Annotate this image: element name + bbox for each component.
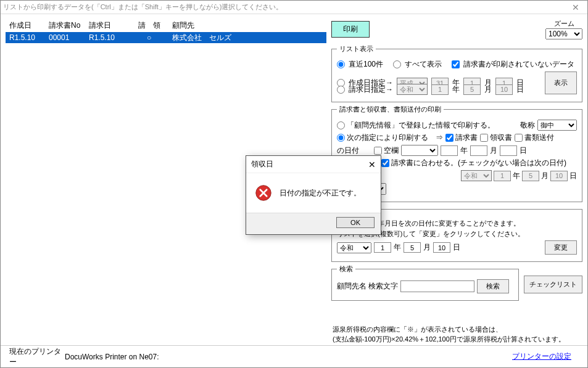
zoom-select[interactable]: 100% <box>545 28 582 39</box>
radio-byinvoice[interactable]: 請求日指定→ <box>337 84 393 95</box>
check-notprinted[interactable]: 請求書が印刷されていないデータ <box>452 59 574 70</box>
printer-name: DocuWorks Printer on Ne07: <box>65 353 512 361</box>
print-button[interactable]: 印刷 <box>331 21 370 38</box>
radio-byspec[interactable]: 次の指定により印刷する ⇒ <box>337 133 443 143</box>
date1-m[interactable] <box>470 145 487 156</box>
chk-matchinvoice[interactable]: 請求書に合わせる。(チェックがない場合は次の日付) <box>381 158 566 168</box>
col-no: 請求書No <box>49 20 89 31</box>
radio-all[interactable]: すべて表示 <box>393 59 442 70</box>
date2-era[interactable]: 令和 <box>461 170 492 181</box>
chk-receipt[interactable]: 領収書 <box>480 133 512 143</box>
list-display-group: リスト表示 直近100件 すべて表示 請求書が印刷されていないデータ 作成日指定… <box>331 44 582 102</box>
dialog-close-icon[interactable]: ✕ <box>368 160 376 170</box>
dialog-ok-button[interactable]: OK <box>336 217 375 228</box>
search-input[interactable] <box>400 280 474 292</box>
error-icon <box>255 184 272 202</box>
dialog-message: 日付の指定が不正です。 <box>280 188 361 198</box>
footer: 現在のプリンター DocuWorks Printer on Ne07: プリンタ… <box>1 345 587 367</box>
date1-y[interactable] <box>441 145 458 156</box>
chk-doc[interactable]: 書類送付 <box>515 133 554 143</box>
dialog-title: 領収日 <box>251 159 368 170</box>
col-client: 顧問先 <box>166 20 326 31</box>
error-dialog: 領収日 ✕ 日付の指定が不正です。 OK <box>246 155 381 235</box>
checklist-button[interactable]: チェックリスト <box>524 276 582 293</box>
table-row[interactable]: R1.5.10 00001 R1.5.10 ○ 株式会社 セルズ <box>6 32 326 43</box>
show-button[interactable]: 表示 <box>545 72 577 94</box>
col-invoice: 請求日 <box>89 20 132 31</box>
y2[interactable] <box>431 84 449 95</box>
titlebar: リストから印刷するデータを(「Ctrl」または「Shift」キーを押しながら)選… <box>1 1 587 14</box>
search-button[interactable]: 検索 <box>477 279 509 293</box>
radio-useclient[interactable]: 「顧問先情報」で登録した情報で印刷する。 <box>337 120 495 131</box>
change-button[interactable]: 変更 <box>545 240 577 255</box>
radio-recent[interactable]: 直近100件 <box>337 59 383 70</box>
search-group: 検索 顧問先名 検索文字 検索 <box>331 264 519 301</box>
printer-settings-link[interactable]: プリンターの設定 <box>512 351 571 362</box>
zoom-label: ズーム <box>545 19 582 28</box>
col-create: 作成日 <box>6 20 49 31</box>
window-title: リストから印刷するデータを(「Ctrl」または「Shift」キーを押しながら)選… <box>3 2 566 12</box>
list-headers: 作成日 請求書No 請求日 請 領 顧問先 <box>6 19 326 32</box>
printer-label: 現在のプリンター <box>9 346 65 367</box>
date1-d[interactable] <box>500 145 517 156</box>
d2[interactable] <box>495 84 513 95</box>
honor-select[interactable]: 御中 <box>537 120 577 131</box>
m2[interactable] <box>463 84 481 95</box>
era2[interactable]: 令和 <box>397 84 428 95</box>
chk-blank[interactable]: 空欄 <box>374 145 399 156</box>
chk-invoice[interactable]: 請求書 <box>445 133 478 143</box>
source-tax-note: 源泉所得税の内容欄に「※」が表示されている場合は、 (支払金額-100万円)×2… <box>333 325 582 344</box>
close-icon[interactable]: ✕ <box>566 2 585 12</box>
col-seiryo: 請 領 <box>132 20 166 31</box>
date1-era[interactable] <box>401 145 438 156</box>
chg-era[interactable]: 令和 <box>337 242 371 253</box>
